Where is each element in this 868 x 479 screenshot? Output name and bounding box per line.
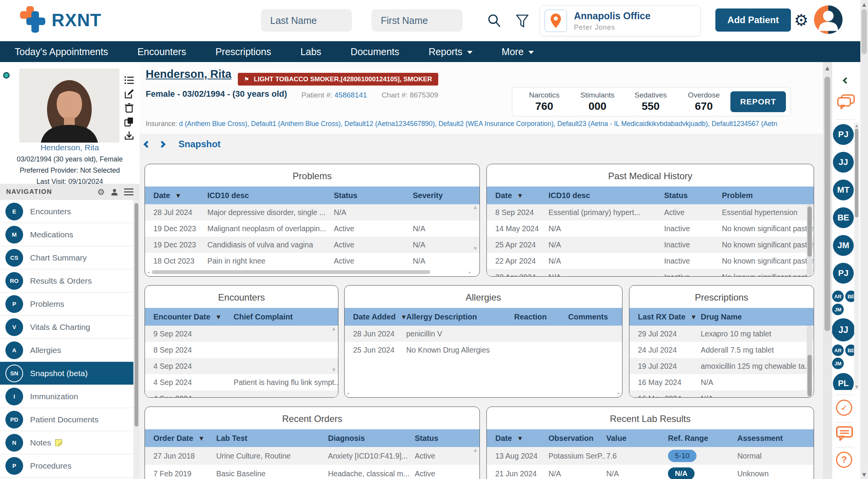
- avatar-list-scrollbar[interactable]: ▲ ▼: [854, 123, 859, 390]
- sidebar-item-procedures[interactable]: P Procedures: [0, 454, 133, 477]
- messages-icon[interactable]: [837, 94, 855, 111]
- column-last-rx-date[interactable]: Last RX Date▼: [638, 313, 701, 321]
- settings-gear-icon[interactable]: ⚙: [794, 11, 809, 30]
- vertical-scrollbar[interactable]: ▲ ▼: [331, 326, 336, 372]
- table-row[interactable]: 4 Sep 2024Patient is having flu link sym…: [145, 374, 338, 390]
- patient-number-value[interactable]: 45868141: [335, 91, 367, 99]
- column-comments[interactable]: Comments: [568, 313, 622, 321]
- sidebar-item-immunization[interactable]: I Immunization: [0, 385, 133, 408]
- scroll-left-icon[interactable]: ◂: [147, 270, 150, 275]
- table-row[interactable]: 19 Dec 2023Malignant neoplasm of overlap…: [145, 220, 479, 237]
- nav-prescriptions[interactable]: Prescriptions: [215, 46, 271, 57]
- insurance-links[interactable]: d (Anthem Blue Cross), Default1 (Anthem …: [179, 120, 777, 128]
- column-severity[interactable]: Severity: [413, 191, 479, 200]
- column-allergy-description[interactable]: Allergy Description: [406, 313, 514, 321]
- scroll-right-icon[interactable]: ▸: [469, 270, 471, 275]
- table-row[interactable]: 14 May 2024N/AInactiveNo known significa…: [487, 220, 814, 237]
- scrollbar-thumb[interactable]: [861, 9, 867, 54]
- table-row[interactable]: 13 Aug 2024 Potassium SerP... 7.6 5-10 N…: [487, 447, 814, 465]
- column-date[interactable]: Date▼: [495, 191, 548, 200]
- column-chief-complaint[interactable]: Chief Complaint: [234, 313, 338, 321]
- table-row[interactable]: 22 Apr 2024N/AInactiveNo known significa…: [487, 253, 814, 269]
- sidebar-item-allergies[interactable]: A Allergies: [0, 339, 133, 362]
- scroll-down-icon[interactable]: ▼: [860, 472, 868, 477]
- sidebar-item-medications[interactable]: M Medications: [0, 223, 133, 246]
- nav-todays-appointments[interactable]: Today's Appointments: [15, 46, 108, 57]
- sidebar-item-notes[interactable]: N Notes: [0, 431, 133, 454]
- column-lab-test[interactable]: Lab Test: [216, 434, 328, 443]
- provider-avatar[interactable]: MT: [833, 180, 854, 200]
- table-row[interactable]: 19 Jul 2024amoxicillin 125 mg chewable t…: [629, 358, 814, 374]
- scroll-up-icon[interactable]: ▲: [823, 65, 832, 71]
- provider-avatar[interactable]: PJ: [833, 124, 854, 145]
- table-row-partial[interactable]: 4 Sep 2024: [145, 390, 338, 398]
- column-drug-name[interactable]: Drug Name: [701, 313, 814, 321]
- person-icon[interactable]: [110, 188, 119, 196]
- edit-icon[interactable]: [124, 89, 134, 99]
- sidebar-item-problems[interactable]: P Problems: [0, 292, 133, 316]
- help-question-icon[interactable]: ?: [836, 452, 852, 468]
- vertical-scrollbar[interactable]: [807, 204, 812, 275]
- collapse-chevron-icon[interactable]: [843, 77, 849, 84]
- table-row[interactable]: 8 Sep 2024Essential (primary) hypert...A…: [487, 204, 814, 220]
- column-diagnosis[interactable]: Diagnosis: [328, 434, 415, 443]
- table-row[interactable]: 28 Jul 2024Major depressive disorder, si…: [145, 204, 479, 220]
- scrollbar-thumb[interactable]: [152, 270, 430, 274]
- scroll-up-icon[interactable]: ▲: [473, 205, 478, 209]
- sidebar-item-patient-documents[interactable]: PD Patient Documents: [0, 408, 133, 431]
- copy-icon[interactable]: [124, 117, 134, 127]
- table-row[interactable]: 28 Jun 2024penicillin V: [345, 326, 622, 342]
- provider-mini-badge[interactable]: BE: [845, 345, 855, 356]
- last-name-input[interactable]: [261, 9, 352, 32]
- table-row[interactable]: 24 Jul 2024Adderall 7.5 mg tablet: [629, 342, 814, 358]
- provider-avatar[interactable]: JJ: [832, 318, 855, 341]
- scroll-up-icon[interactable]: ▲: [473, 448, 478, 452]
- vertical-scrollbar[interactable]: [807, 326, 812, 396]
- sidebar-item-chart-summary[interactable]: CS Chart Summary: [0, 246, 133, 269]
- table-row[interactable]: 27 Jun 2018Urine Culture, RoutineAnxiety…: [145, 447, 479, 465]
- table-row[interactable]: 16 May 2024N/A: [629, 374, 814, 390]
- table-row[interactable]: 8 Sep 2024: [145, 342, 338, 358]
- nav-settings-gear-icon[interactable]: ⚙: [97, 187, 105, 197]
- column-status[interactable]: Status: [664, 191, 722, 200]
- download-icon[interactable]: [124, 131, 134, 141]
- sidebar-item-vitals-charting[interactable]: V Vitals & Charting: [0, 316, 133, 339]
- column-status[interactable]: Status: [334, 191, 413, 200]
- column-problem[interactable]: Problem: [722, 191, 814, 200]
- table-row-partial[interactable]: 22 Apr 2024N/AInactiveNo known significa…: [487, 269, 814, 277]
- scrollbar-thumb[interactable]: [135, 203, 138, 427]
- table-row[interactable]: 18 Oct 2023Pain in right kneeActiveN/A: [145, 253, 479, 269]
- table-row[interactable]: 25 Apr 2024N/AInactiveNo known significa…: [487, 237, 814, 253]
- scrollbar-thumb[interactable]: [855, 129, 858, 217]
- add-patient-button[interactable]: Add Patient: [715, 8, 791, 32]
- table-row[interactable]: 9 Sep 2024: [145, 326, 338, 342]
- tasks-check-icon[interactable]: ✓: [836, 400, 852, 416]
- table-row[interactable]: 4 Sep 2024: [145, 358, 338, 374]
- smoker-alert-badge[interactable]: ⚑ LIGHT TOBACCO SMOKER.[428061000124105]…: [238, 73, 438, 86]
- delete-trash-icon[interactable]: [124, 103, 134, 113]
- nav-reports[interactable]: Reports: [429, 46, 473, 57]
- column-reaction[interactable]: Reaction: [514, 313, 568, 321]
- sidebar-item-results-orders[interactable]: RO Results & Orders: [0, 269, 133, 292]
- scroll-down-icon[interactable]: ▼: [473, 246, 478, 250]
- scroll-up-icon[interactable]: ▲: [331, 326, 336, 331]
- column-assessment[interactable]: Assessment: [737, 434, 814, 443]
- table-row[interactable]: 29 Jul 2024Lexapro 10 mg tablet: [629, 326, 814, 342]
- column-date-added[interactable]: Date Added▼: [353, 313, 406, 321]
- provider-mini-badge[interactable]: JM: [832, 304, 844, 315]
- rxnt-logo[interactable]: RXNT: [20, 6, 101, 34]
- scroll-right-icon[interactable]: ▸: [617, 391, 620, 396]
- sidebar-scrollbar[interactable]: [133, 200, 140, 479]
- page-scrollbar[interactable]: ▲ ▼: [860, 0, 868, 479]
- office-selector[interactable]: Annapolis Office Peter Jones: [540, 5, 701, 36]
- column-date[interactable]: Date▼: [495, 434, 548, 443]
- report-button[interactable]: REPORT: [730, 91, 786, 112]
- table-row[interactable]: 25 Jun 2024No Known Drug Allergies: [345, 342, 622, 358]
- provider-avatar[interactable]: BE: [833, 207, 854, 228]
- table-row[interactable]: 19 Dec 2023Candidiasis of vulva and vagi…: [145, 237, 479, 253]
- table-row[interactable]: 7 Feb 2019Basic BaselineHeadache, classi…: [145, 465, 479, 479]
- column-icd10[interactable]: ICD10 desc: [548, 191, 664, 200]
- filter-icon[interactable]: [516, 14, 529, 29]
- scroll-left-icon[interactable]: ◂: [347, 391, 349, 396]
- list-icon[interactable]: [124, 188, 133, 196]
